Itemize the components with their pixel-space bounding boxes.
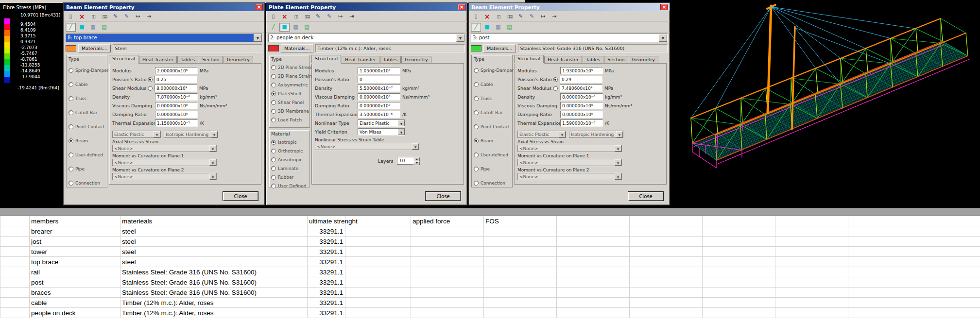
edit-all-icon[interactable] <box>527 12 537 21</box>
cell-ultimate-strength[interactable]: 33291.1 <box>308 277 345 288</box>
cell[interactable] <box>557 216 630 226</box>
cell[interactable] <box>0 247 30 257</box>
cell-applied-force[interactable] <box>411 298 484 308</box>
cell-applied-force[interactable] <box>411 237 484 247</box>
cell-member[interactable]: rail <box>30 267 120 277</box>
value-input[interactable]: 0.000000x10⁰ <box>560 111 603 118</box>
cell-fos[interactable] <box>484 288 557 298</box>
paste-property-icon[interactable] <box>302 12 312 21</box>
edit-icon[interactable] <box>313 12 323 21</box>
cell[interactable] <box>848 237 980 247</box>
value-input[interactable]: 1.590000x10⁻⁵ <box>560 119 603 127</box>
cell-member[interactable]: tower <box>30 247 120 257</box>
tab-tables[interactable]: Tables <box>177 56 199 63</box>
cell[interactable] <box>0 226 30 237</box>
ply-type-icon[interactable] <box>504 23 515 32</box>
edit-icon[interactable] <box>516 12 526 21</box>
cell-fos[interactable] <box>484 298 557 308</box>
cell[interactable] <box>0 237 30 247</box>
cell[interactable] <box>557 288 630 298</box>
cell[interactable] <box>703 298 775 308</box>
delete-property-icon[interactable] <box>482 12 492 21</box>
copy-property-icon[interactable] <box>88 12 98 21</box>
export-icon[interactable] <box>133 12 143 21</box>
value-input[interactable]: 2.000000x10⁵ <box>155 67 198 74</box>
cell[interactable] <box>557 308 630 318</box>
cell[interactable] <box>630 257 703 267</box>
export-icon[interactable] <box>538 12 548 21</box>
value-input[interactable]: 0.000000x10⁰ <box>155 102 198 109</box>
type-option-axisymmetric[interactable]: Axisymmetric <box>271 81 309 89</box>
cell[interactable] <box>775 308 848 318</box>
new-property-icon[interactable] <box>471 12 481 21</box>
type-option-load-patch[interactable]: Load Patch <box>271 116 309 124</box>
ply-type-icon[interactable] <box>99 23 109 32</box>
cell-ultimate-strength[interactable]: 33291.1 <box>308 308 345 318</box>
cell[interactable] <box>703 237 775 247</box>
cell[interactable] <box>775 247 848 257</box>
value-input[interactable]: 0.000000x10⁰ <box>358 93 400 101</box>
cell-ultimate-strength[interactable]: 33291.1 <box>308 267 345 277</box>
cell-member[interactable]: people on deck <box>30 308 120 318</box>
cell-applied-force[interactable] <box>411 247 484 257</box>
materials-button[interactable]: Materials... <box>78 44 111 52</box>
brick-type-icon[interactable] <box>291 23 301 32</box>
type-option-truss[interactable]: Truss <box>474 91 512 105</box>
beam-type-icon[interactable] <box>268 23 278 32</box>
value-input[interactable]: 0.25 <box>155 76 197 83</box>
type-option-user-defined[interactable]: User-defined <box>69 148 107 162</box>
cell-fos[interactable] <box>484 237 557 247</box>
cell[interactable] <box>703 247 775 257</box>
tab-section[interactable]: Section <box>604 56 628 63</box>
close-button[interactable]: Close <box>425 191 461 201</box>
type-option-cutoff-bar[interactable]: Cutoff Bar <box>69 105 107 119</box>
property-color-swatch[interactable] <box>471 45 481 51</box>
cell[interactable] <box>848 226 980 237</box>
tab-geometry[interactable]: Geometry <box>401 56 431 63</box>
cell[interactable] <box>775 257 848 267</box>
cell[interactable] <box>630 226 703 237</box>
nonlinear-type-select[interactable]: Elastic Plastic <box>112 131 161 138</box>
delete-property-icon[interactable] <box>279 12 290 21</box>
cell-material[interactable]: Timber (12% m.c.): Alder, roses <box>120 298 308 308</box>
type-option-point-contact[interactable]: Point Contact <box>474 119 512 134</box>
edit-all-icon[interactable] <box>324 12 334 21</box>
cell[interactable] <box>0 277 30 288</box>
beam-type-icon[interactable] <box>66 23 76 32</box>
model-viewport[interactable] <box>671 0 980 208</box>
cell[interactable] <box>0 308 30 318</box>
cell-ultimate-strength[interactable]: 33291.1 <box>308 288 345 298</box>
type-option-point-contact[interactable]: Point Contact <box>69 119 107 134</box>
type-option-pipe[interactable]: Pipe <box>69 162 107 176</box>
header-ultimate-strength[interactable]: ultimate strenght <box>308 216 345 226</box>
type-option-cutoff-bar[interactable]: Cutoff Bar <box>474 105 512 119</box>
value-input[interactable]: 8.000000x10⁴ <box>155 85 197 92</box>
type-option-connection[interactable]: Connection <box>69 176 107 190</box>
materials-button[interactable]: Materials... <box>281 44 313 52</box>
material-option-anisotropic[interactable]: Anisotropic <box>271 155 309 164</box>
header-materials[interactable]: materieals <box>120 216 308 226</box>
cell-fos[interactable] <box>484 308 557 318</box>
cell-applied-force[interactable] <box>411 308 484 318</box>
radio-icon[interactable] <box>148 86 153 91</box>
cell-fos[interactable] <box>484 277 557 288</box>
hardening-select[interactable]: Isotropic Hardening <box>569 131 623 138</box>
cell-material[interactable]: steel <box>120 257 308 267</box>
material-option-isotropic[interactable]: Isotropic <box>271 138 309 147</box>
cell-material[interactable]: steel <box>120 237 308 247</box>
import-icon[interactable] <box>549 12 559 21</box>
cell[interactable] <box>703 267 775 277</box>
value-input[interactable]: 7.480600x10⁴ <box>560 85 602 92</box>
cell[interactable] <box>848 247 980 257</box>
table-select[interactable]: <None> <box>517 159 622 166</box>
tab-structural[interactable]: Structural <box>109 55 138 63</box>
plate-type-icon[interactable] <box>77 23 87 32</box>
cell[interactable] <box>630 267 703 277</box>
cell[interactable] <box>0 257 30 267</box>
cell[interactable] <box>630 298 703 308</box>
tab-structural[interactable]: Structural <box>311 55 341 63</box>
edit-all-icon[interactable] <box>121 12 132 21</box>
property-selector[interactable]: 2: people on deck <box>268 34 465 42</box>
type-option-2d-plane-stress[interactable]: 2D Plane Stress <box>271 63 309 72</box>
cell[interactable] <box>775 267 848 277</box>
